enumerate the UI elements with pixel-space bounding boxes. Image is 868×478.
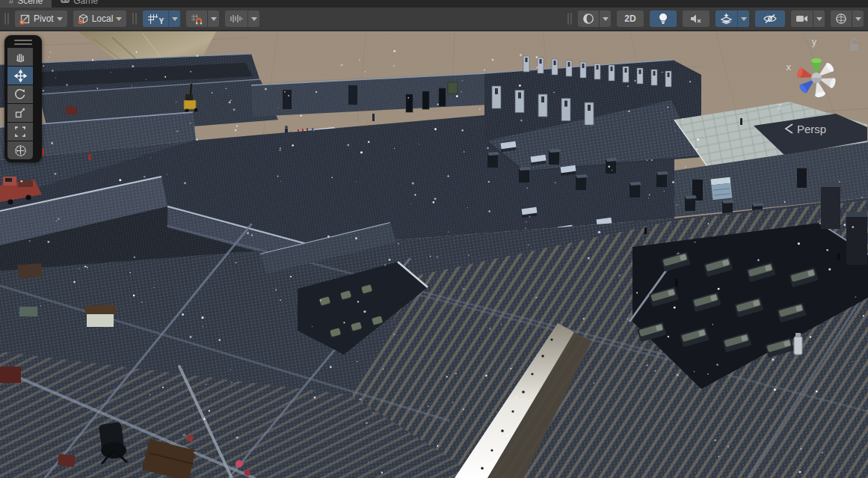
transform-tool[interactable]	[7, 141, 33, 159]
grid-icon	[147, 13, 158, 25]
grid-snap-button[interactable]	[186, 10, 219, 27]
draw-mode-button[interactable]	[578, 10, 611, 27]
transform-combined-icon	[14, 144, 27, 157]
tab-game[interactable]: Game	[52, 0, 107, 7]
toolbar-drag-handle[interactable]	[4, 13, 9, 25]
pivot-button-label: Pivot	[34, 13, 54, 24]
pivot-button[interactable]: Pivot	[15, 10, 67, 27]
gizmo-z-label[interactable]: z	[778, 100, 783, 111]
tab-game-label: Game	[73, 0, 98, 6]
scale-tool[interactable]	[7, 104, 33, 122]
toolbar-drag-handle[interactable]	[132, 13, 137, 25]
window-tab-bar: # Scene Game	[0, 0, 868, 7]
projection-label[interactable]: Persp	[797, 123, 826, 135]
rotation-mode-label: Local	[92, 13, 114, 24]
grid-visibility-button[interactable]: Y	[143, 10, 180, 27]
grid-snap-dropdown[interactable]	[207, 10, 219, 27]
grid-axis-label: Y	[158, 17, 164, 25]
rotation-mode-button[interactable]: Local	[73, 10, 127, 27]
shaded-sphere-icon	[582, 13, 594, 25]
scale-icon	[14, 107, 26, 119]
scene-lighting-button[interactable]	[650, 10, 677, 27]
snap-increment-dropdown[interactable]	[247, 10, 259, 27]
speaker-muted-icon	[690, 13, 702, 24]
hidden-objects-button[interactable]	[755, 10, 785, 27]
hand-icon	[14, 51, 26, 63]
grid-options-dropdown[interactable]	[168, 10, 180, 27]
gizmo-sphere-icon	[835, 13, 847, 25]
gamepad-icon	[61, 0, 70, 5]
tab-scene-label: Scene	[17, 0, 43, 6]
unity-editor-window: { "tab_bar": { "tabs": [ {"label": "Scen…	[0, 0, 868, 478]
light-bulb-icon	[658, 13, 668, 25]
chevron-down-icon	[57, 17, 63, 21]
effects-layers-icon	[720, 13, 733, 25]
gizmo-y-label[interactable]: y	[812, 36, 817, 47]
move-tool[interactable]	[7, 67, 33, 85]
effects-button[interactable]	[715, 10, 749, 27]
camera-icon	[795, 14, 808, 23]
tools-overlay-handle[interactable]	[7, 37, 39, 47]
draw-mode-dropdown[interactable]	[599, 10, 611, 27]
grid-magnet-icon	[191, 13, 203, 25]
gizmo-x-label[interactable]: x	[787, 61, 792, 73]
toolbar-drag-handle[interactable]	[567, 13, 572, 25]
scene-toolbar: Pivot Local Y	[0, 7, 868, 31]
rect-corners-icon	[14, 126, 26, 138]
cabinet-dresser[interactable]	[711, 177, 733, 200]
snap-increment-button[interactable]	[225, 10, 259, 27]
rotate-tool[interactable]	[7, 85, 33, 103]
move-arrows-icon	[14, 70, 27, 82]
view-2d-button[interactable]: 2D	[617, 10, 644, 27]
scene-viewport[interactable]: y x z Persp	[0, 31, 868, 478]
snap-increment-icon	[230, 13, 243, 24]
rotate-circle-icon	[14, 88, 26, 100]
tab-scene[interactable]: # Scene	[0, 0, 52, 7]
panel-room[interactable]	[484, 56, 701, 172]
effects-dropdown[interactable]	[737, 10, 749, 27]
eye-slash-icon	[763, 13, 778, 24]
chevron-down-icon	[116, 17, 122, 21]
rect-tool[interactable]	[7, 123, 33, 141]
camera-dropdown[interactable]	[813, 10, 825, 27]
view-2d-label: 2D	[624, 13, 635, 24]
scene-camera-button[interactable]	[791, 10, 825, 27]
gizmos-dropdown[interactable]	[852, 10, 864, 27]
gizmos-button[interactable]	[831, 10, 864, 27]
pivot-icon	[19, 13, 31, 25]
tools-overlay	[4, 35, 42, 162]
audio-mute-button[interactable]	[683, 10, 710, 27]
local-cube-icon	[78, 13, 89, 25]
scene-grid-icon: #	[9, 0, 13, 5]
view-tool[interactable]	[7, 48, 33, 66]
